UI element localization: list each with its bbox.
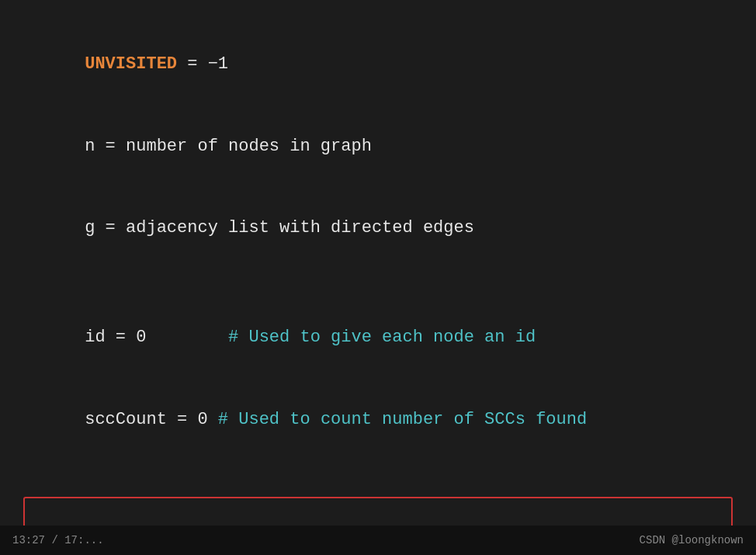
bottom-bar: 13:27 / 17:... CSDN @loongknown	[0, 526, 756, 555]
bottom-left-text: 13:27 / 17:...	[12, 534, 104, 546]
scccount-var: sccCount = 0	[85, 410, 218, 429]
line-id: id = 0 # Used to give each node an id	[23, 297, 733, 379]
line-empty-1	[23, 269, 733, 297]
code-block: UNVISITED = −1 n = number of nodes in gr…	[23, 23, 733, 555]
id-comment: # Used to give each node an id	[228, 328, 536, 347]
line-scccount: sccCount = 0 # Used to count number of S…	[23, 378, 733, 460]
line-empty-2	[23, 460, 733, 487]
line-n: n = number of nodes in graph	[23, 106, 733, 188]
g-definition: g = adjacency list with directed edges	[85, 218, 474, 238]
code-container: UNVISITED = −1 n = number of nodes in gr…	[0, 0, 756, 555]
bottom-right-text: CSDN @loongknown	[640, 534, 744, 546]
unvisited-value: = −1	[177, 54, 228, 74]
line-g: g = adjacency list with directed edges	[23, 187, 733, 269]
id-var: id = 0	[85, 328, 228, 347]
unvisited-keyword: UNVISITED	[85, 54, 177, 74]
scccount-comment: # Used to count number of SCCs found	[218, 410, 587, 429]
n-definition: n = number of nodes in graph	[85, 137, 372, 156]
line-unvisited: UNVISITED = −1	[23, 23, 733, 106]
